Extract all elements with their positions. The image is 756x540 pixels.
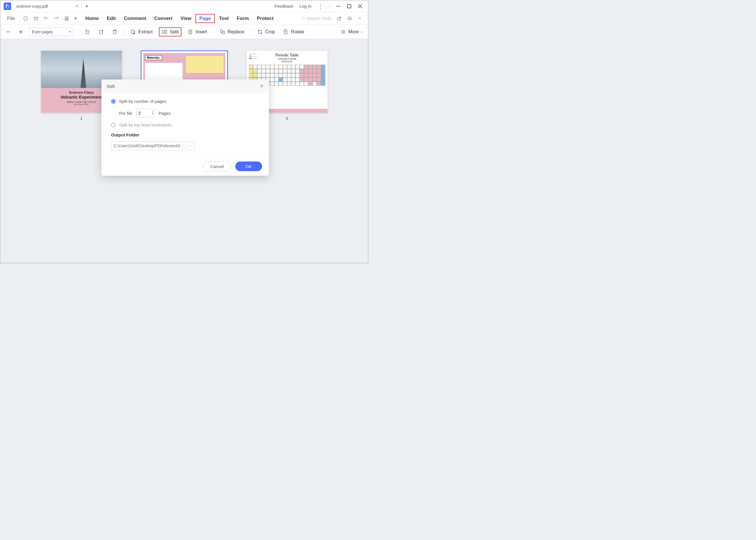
- crop-icon: [257, 29, 263, 35]
- chevron-down-icon: ▾: [69, 30, 71, 34]
- collapse-icon[interactable]: [357, 16, 362, 21]
- svg-point-11: [302, 17, 304, 19]
- page-range-select[interactable]: Even pages ▾: [29, 28, 74, 36]
- close-tab-icon[interactable]: ✕: [75, 4, 78, 9]
- crop-button[interactable]: Crop: [255, 28, 277, 36]
- title-bar: science-copy.pdf ✕ + Feedback Log In ⋮: [0, 0, 368, 12]
- tab-title: science-copy.pdf: [16, 4, 48, 9]
- dialog-close-icon[interactable]: ✕: [259, 83, 264, 89]
- cancel-button[interactable]: Cancel: [203, 162, 231, 171]
- output-folder-input[interactable]: [111, 141, 183, 150]
- browse-button[interactable]: ···: [186, 141, 195, 150]
- separator: [21, 15, 21, 22]
- trash-icon: [112, 29, 118, 35]
- split-icon: [162, 29, 168, 35]
- split-dialog: Split ✕ Split by number of pages Per fil…: [101, 79, 269, 176]
- output-folder-label: Output Folder: [111, 132, 261, 137]
- menu-convert[interactable]: Convert: [150, 14, 176, 23]
- split-label: Split: [170, 29, 179, 35]
- svg-rect-21: [223, 31, 225, 34]
- extract-icon: [130, 29, 136, 35]
- page-toolbar: − + Even pages ▾ Extract Split Insert ⌄ …: [0, 25, 368, 39]
- pages-per-file-input[interactable]: ▲ ▼: [136, 109, 155, 117]
- svg-rect-16: [132, 30, 134, 33]
- rotate-icon: [283, 29, 289, 35]
- svg-rect-1: [7, 5, 9, 8]
- rotate-left-button[interactable]: [83, 28, 92, 36]
- separator: [330, 3, 330, 9]
- replace-button[interactable]: Replace: [218, 28, 246, 36]
- rotate-button[interactable]: Rotate: [281, 28, 306, 36]
- save-icon[interactable]: [23, 16, 28, 21]
- svg-rect-22: [284, 31, 287, 34]
- materials-label: Materials:: [145, 55, 162, 60]
- menu-comment[interactable]: Comment: [120, 14, 150, 23]
- menu-page[interactable]: Page: [196, 14, 215, 23]
- menu-home[interactable]: Home: [81, 14, 102, 23]
- separator: [78, 28, 78, 36]
- search-tools[interactable]: Search Tools: [301, 16, 332, 21]
- minimize-icon[interactable]: [336, 4, 341, 9]
- insert-icon: [188, 29, 194, 35]
- menu-protect[interactable]: Protect: [253, 14, 278, 23]
- redo-icon[interactable]: [54, 16, 59, 21]
- svg-rect-6: [24, 17, 27, 20]
- menu-tool[interactable]: Tool: [215, 14, 233, 23]
- menu-file[interactable]: File: [3, 14, 19, 23]
- menu-bar: File ▾ HomeEditCommentConvertViewPageToo…: [0, 12, 368, 25]
- zoom-in-button[interactable]: +: [17, 28, 25, 36]
- per-file-label: Per file: [119, 111, 132, 116]
- extract-button[interactable]: Extract: [129, 28, 154, 36]
- extract-label: Extract: [138, 29, 153, 35]
- menu-form[interactable]: Form: [233, 14, 253, 23]
- close-window-icon[interactable]: [358, 4, 362, 9]
- svg-rect-18: [165, 30, 167, 34]
- more-button[interactable]: More ›: [339, 28, 364, 36]
- radio-icon: [111, 99, 116, 104]
- document-tab[interactable]: science-copy.pdf ✕: [13, 0, 82, 12]
- separator: [251, 28, 251, 36]
- rotate-right-button[interactable]: [96, 28, 106, 36]
- radio-icon: [111, 123, 116, 127]
- replace-label: Replace: [227, 29, 244, 35]
- svg-rect-3: [348, 5, 351, 8]
- insert-label: Insert: [196, 29, 207, 35]
- stepper-down-icon[interactable]: ▼: [152, 113, 154, 115]
- app-logo-icon: [4, 3, 11, 10]
- feedback-link[interactable]: Feedback: [274, 4, 293, 9]
- page-range-value: Even pages: [32, 30, 53, 34]
- login-link[interactable]: Log In: [299, 4, 311, 9]
- split-by-pages-radio[interactable]: Split by number of pages: [111, 99, 261, 104]
- split-by-bookmarks-radio[interactable]: Split by top level bookmarks: [111, 122, 261, 127]
- new-tab-button[interactable]: +: [82, 1, 92, 11]
- replace-icon: [220, 29, 225, 35]
- insert-button[interactable]: Insert ⌄: [186, 28, 213, 36]
- print-icon[interactable]: [64, 16, 69, 21]
- menu-edit[interactable]: Edit: [103, 14, 120, 23]
- undo-icon[interactable]: [44, 16, 49, 21]
- chevron-down-icon: ⌄: [209, 30, 212, 33]
- kebab-menu-icon[interactable]: ⋮: [318, 3, 323, 10]
- split-by-pages-label: Split by number of pages: [119, 99, 166, 104]
- customize-dropdown-icon[interactable]: ▾: [75, 16, 76, 21]
- chevron-right-icon: ›: [361, 30, 362, 34]
- svg-rect-17: [162, 30, 164, 34]
- periodic-sub: Chemical Formula: [249, 58, 325, 60]
- mail-icon[interactable]: [33, 16, 39, 21]
- crop-label: Crop: [265, 29, 275, 35]
- pages-label: Pages: [159, 111, 171, 116]
- maximize-icon[interactable]: [347, 4, 352, 9]
- delete-page-button[interactable]: [110, 28, 119, 36]
- menu-view[interactable]: View: [176, 14, 195, 23]
- pages-per-file-value[interactable]: [137, 111, 148, 115]
- periodic-title: Periodic Table: [249, 53, 325, 58]
- svg-rect-20: [221, 30, 223, 32]
- split-by-bookmarks-label: Split by top level bookmarks: [119, 122, 172, 127]
- external-link-icon[interactable]: [337, 16, 342, 21]
- page-number: 1: [80, 116, 82, 121]
- ok-button[interactable]: OK: [235, 162, 262, 171]
- rotate-left-icon: [84, 29, 90, 35]
- cloud-icon[interactable]: [347, 16, 352, 21]
- zoom-out-button[interactable]: −: [4, 28, 12, 36]
- split-button[interactable]: Split: [159, 27, 182, 37]
